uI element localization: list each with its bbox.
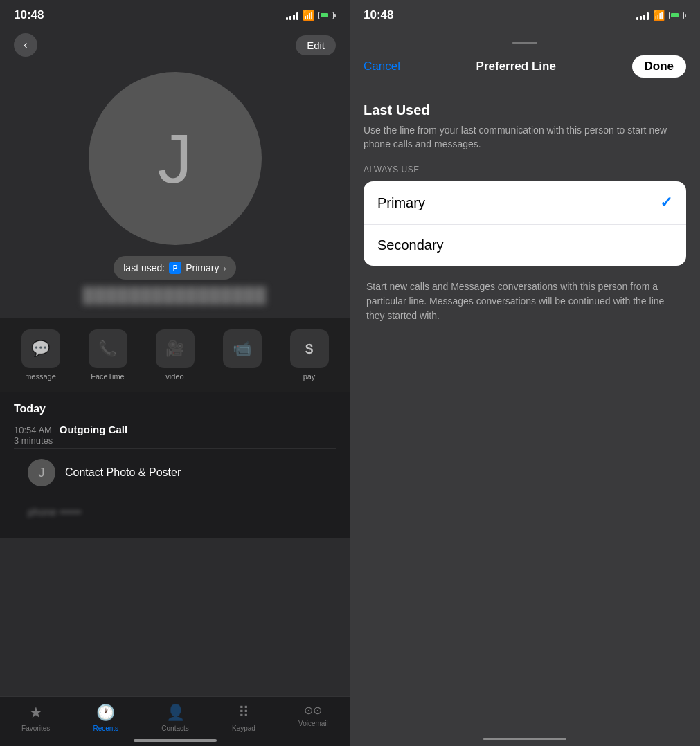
option-secondary[interactable]: Secondary [364, 224, 686, 266]
options-card: Primary ✓ Secondary [364, 181, 686, 266]
recent-item: 10:54 AM Outgoing Call 3 minutes [14, 424, 336, 446]
recents-title: Today [14, 403, 336, 415]
chevron-right-icon: › [223, 263, 226, 273]
sheet-container: Cancel Preferred Line Done Last Used Use… [350, 36, 700, 746]
voicemail-label: Voicemail [298, 720, 328, 727]
time-right: 10:48 [364, 8, 393, 22]
tab-recents[interactable]: 🕐 Recents [93, 704, 118, 732]
last-used-prefix: last used: [123, 262, 165, 273]
avatar: J [89, 72, 262, 245]
facetime-button[interactable]: 📞 FaceTime [89, 329, 127, 381]
signal-icon [286, 10, 298, 20]
status-bar-right: 10:48 📶 [350, 0, 700, 28]
always-use-label: ALWAYS USE [364, 165, 686, 174]
favorites-label: Favorites [21, 725, 50, 732]
sheet-handle-area [350, 36, 700, 50]
wifi-icon: 📶 [303, 10, 314, 21]
favorites-icon: ★ [29, 704, 43, 722]
video-label: video [165, 372, 183, 381]
cancel-button[interactable]: Cancel [364, 60, 400, 73]
last-used-heading: Last Used [364, 102, 686, 118]
time-left: 10:48 [14, 8, 44, 22]
option-primary[interactable]: Primary ✓ [364, 181, 686, 224]
last-used-line: Primary [186, 262, 219, 273]
tab-voicemail[interactable]: ⊙⊙ Voicemail [298, 704, 328, 732]
facetime-label: FaceTime [91, 372, 125, 381]
video2-button[interactable]: 📹 [223, 329, 262, 381]
wifi-icon-right: 📶 [653, 10, 665, 21]
sheet-header: Cancel Preferred Line Done [350, 50, 700, 89]
tab-contacts[interactable]: 👤 Contacts [161, 704, 188, 732]
option-primary-label: Primary [377, 195, 425, 211]
right-panel: 10:48 📶 Cancel Preferred Line [350, 0, 700, 746]
contact-photo-label: Contact Photo & Poster [65, 466, 181, 479]
action-buttons: 💬 message 📞 FaceTime 🎥 video 📹 $ pay [0, 318, 350, 392]
top-nav: ‹ Edit [0, 28, 350, 65]
pay-button[interactable]: $ pay [290, 329, 329, 381]
contact-name: ████████████████ [83, 286, 267, 304]
recents-tab-label: Recents [93, 725, 118, 732]
keypad-label: Keypad [232, 725, 255, 732]
left-panel: 10:48 📶 ‹ Edit J last use [0, 0, 350, 746]
phone-section: phone •••••• [14, 496, 336, 527]
pay-icon: $ [290, 329, 329, 368]
contacts-icon: 👤 [166, 704, 185, 722]
bottom-description: Start new calls and Messages conversatio… [364, 280, 686, 323]
edit-button[interactable]: Edit [296, 35, 336, 55]
keypad-icon: ⠿ [238, 704, 249, 722]
status-icons-right: 📶 [636, 10, 686, 21]
facetime-icon: 📞 [89, 329, 127, 368]
tab-favorites[interactable]: ★ Favorites [21, 704, 50, 732]
avatar-section: J last used: P Primary › ███████████████… [0, 65, 350, 318]
mini-avatar: J [28, 459, 55, 486]
home-indicator-left [134, 739, 217, 742]
recent-time: 10:54 AM Outgoing Call [14, 424, 336, 435]
sheet-content: Last Used Use the line from your last co… [350, 89, 700, 323]
checkmark-icon: ✓ [660, 194, 672, 212]
primary-line-icon: P [169, 262, 181, 274]
message-label: message [25, 372, 56, 381]
pay-label: pay [303, 372, 316, 381]
message-icon: 💬 [21, 329, 60, 368]
sheet-handle [512, 42, 537, 44]
battery-icon [318, 12, 336, 19]
message-button[interactable]: 💬 message [21, 329, 60, 381]
status-icons-left: 📶 [286, 10, 336, 21]
last-used-section: Last Used Use the line from your last co… [364, 102, 686, 151]
back-button[interactable]: ‹ [14, 33, 37, 57]
contacts-label: Contacts [161, 725, 188, 732]
video-button[interactable]: 🎥 video [156, 329, 195, 381]
video-icon: 🎥 [156, 329, 195, 368]
battery-icon-right [669, 12, 686, 19]
signal-icon-right [636, 10, 649, 20]
home-indicator-right [483, 738, 566, 740]
voicemail-icon: ⊙⊙ [304, 704, 322, 717]
last-used-badge[interactable]: last used: P Primary › [114, 256, 236, 280]
last-used-description: Use the line from your last communicatio… [364, 124, 686, 151]
sheet-title: Preferred Line [476, 60, 556, 73]
recents-section: Today 10:54 AM Outgoing Call 3 minutes J… [0, 392, 350, 538]
status-bar-left: 10:48 📶 [0, 0, 350, 28]
done-button[interactable]: Done [632, 55, 687, 78]
recent-desc: Outgoing Call [60, 424, 127, 435]
recent-duration: 3 minutes [14, 435, 336, 446]
option-secondary-label: Secondary [377, 237, 444, 253]
tab-keypad[interactable]: ⠿ Keypad [232, 704, 255, 732]
video2-icon: 📹 [223, 329, 262, 368]
contact-photo-row[interactable]: J Contact Photo & Poster [14, 448, 336, 496]
recents-icon: 🕐 [96, 704, 115, 722]
